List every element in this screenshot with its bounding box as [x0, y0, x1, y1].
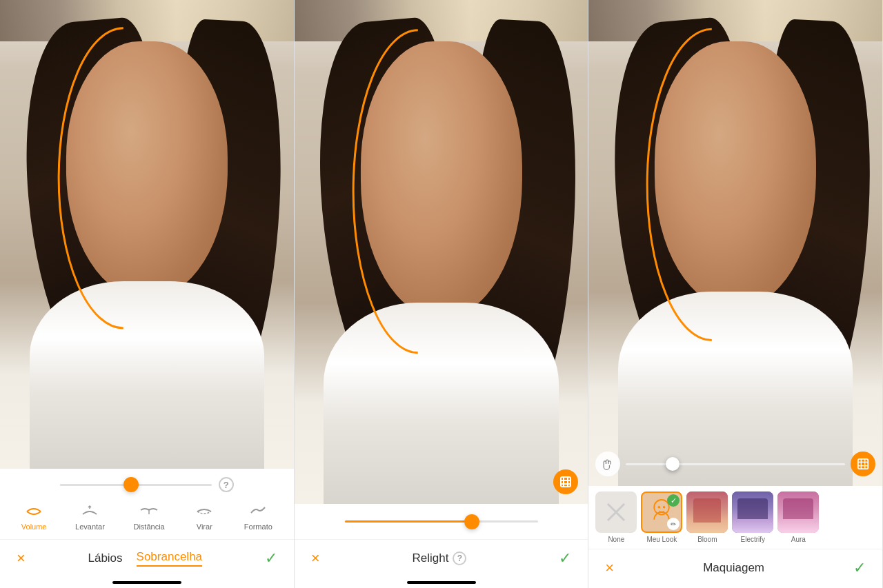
controls-3: None ✓ ✏ Meu Look	[588, 486, 882, 549]
makeup-electrify[interactable]: ✓ Electrify	[732, 491, 773, 543]
makeup-none[interactable]: None	[595, 491, 637, 543]
slider-track-2[interactable]	[345, 520, 538, 523]
labios-label[interactable]: Lábios	[88, 551, 122, 565]
panel-relight: × Relight ? ✓	[295, 0, 589, 588]
levantar-icon	[79, 503, 101, 520]
action-bar-3: × Maquiagem ✓	[588, 549, 882, 588]
action-bar-2: × Relight ? ✓	[295, 539, 588, 578]
svg-rect-5	[561, 477, 571, 487]
makeup-thumb-meulook: ✓ ✏	[641, 491, 682, 533]
help-icon-2[interactable]: ?	[453, 551, 466, 565]
face-2	[360, 41, 522, 318]
makeup-meulook-label: Meu Look	[646, 536, 677, 543]
face-1	[66, 41, 228, 299]
confirm-btn-2[interactable]: ✓	[559, 549, 571, 567]
tool-formato[interactable]: Formato	[244, 503, 272, 531]
slider-row-2	[295, 504, 588, 539]
help-icon-1[interactable]: ?	[219, 477, 234, 492]
makeup-thumb-none	[595, 491, 637, 533]
distancia-label: Distância	[133, 523, 164, 531]
svg-point-21	[663, 506, 666, 509]
tool-virar[interactable]: Virar	[193, 503, 215, 531]
makeup-none-label: None	[608, 536, 624, 543]
controls-2	[295, 504, 588, 539]
relight-text: Relight	[412, 551, 448, 565]
tool-levantar[interactable]: Levantar	[75, 503, 105, 531]
levantar-label: Levantar	[75, 523, 105, 531]
maquiagem-label: Maquiagem	[703, 561, 764, 575]
tool-distancia[interactable]: Distância	[133, 503, 164, 531]
bottom-indicator-2	[407, 581, 476, 584]
makeup-thumb-aura: ✓	[777, 491, 819, 533]
controls-1: ? Volume	[0, 469, 294, 539]
makeup-bloom[interactable]: ✓ Bloom	[686, 491, 728, 543]
bottom-indicator-1	[112, 581, 181, 584]
tool-volume[interactable]: Volume	[21, 503, 47, 531]
makeup-aura-label: Aura	[791, 536, 806, 543]
volume-label: Volume	[21, 523, 47, 531]
distancia-icon	[138, 503, 160, 520]
panel-sobrancelha: ? Volume	[0, 0, 295, 588]
volume-icon	[23, 503, 45, 520]
virar-label: Virar	[197, 523, 212, 531]
image-area-2	[295, 0, 588, 504]
slider-row-1: ?	[0, 469, 294, 498]
makeup-electrify-label: Electrify	[741, 536, 766, 543]
svg-rect-12	[858, 459, 868, 469]
slider-track-1[interactable]	[60, 484, 212, 486]
cancel-btn-1[interactable]: ×	[17, 549, 26, 567]
hand-pointer-icon	[595, 452, 620, 476]
relight-slider-overlay	[595, 452, 875, 476]
formato-label: Formato	[244, 523, 272, 531]
tools-row-1: Volume Levantar	[0, 498, 294, 539]
crop-btn-2[interactable]	[553, 469, 578, 494]
confirm-btn-3[interactable]: ✓	[853, 559, 866, 577]
shirt-1	[30, 281, 265, 469]
shirt-2	[324, 303, 559, 504]
cancel-btn-3[interactable]: ×	[605, 559, 614, 577]
makeup-thumb-electrify: ✓	[732, 491, 773, 533]
relight-label: Relight ?	[412, 551, 466, 565]
makeup-aura[interactable]: ✓ Aura	[777, 491, 819, 543]
makeup-bloom-label: Bloom	[697, 536, 717, 543]
sobrancelha-label[interactable]: Sobrancelha	[137, 550, 202, 567]
makeup-row: None ✓ ✏ Meu Look	[588, 486, 882, 549]
action-bar-1: × Lábios Sobrancelha ✓	[0, 539, 294, 578]
virar-icon	[193, 503, 215, 520]
svg-point-20	[658, 506, 661, 509]
formato-icon	[247, 503, 269, 520]
relight-slider-track[interactable]	[626, 463, 845, 465]
face-3	[655, 41, 816, 309]
makeup-meulook[interactable]: ✓ ✏ Meu Look	[641, 491, 682, 543]
panel-maquiagem: None ✓ ✏ Meu Look	[588, 0, 883, 588]
makeup-thumb-bloom: ✓	[686, 491, 728, 533]
image-area-1	[0, 0, 294, 469]
crop-btn-3[interactable]	[851, 452, 875, 476]
cancel-btn-2[interactable]: ×	[311, 549, 320, 567]
image-area-3	[588, 0, 882, 486]
confirm-btn-1[interactable]: ✓	[265, 549, 277, 567]
